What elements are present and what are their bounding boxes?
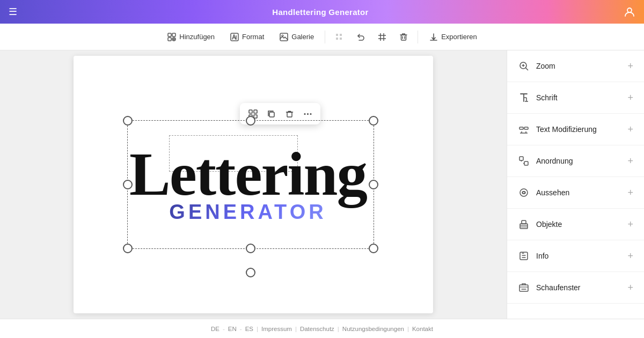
svg-rect-40 — [519, 127, 523, 129]
selection-box — [127, 120, 374, 249]
panel-item-schaufenster[interactable]: Schaufenster + — [507, 272, 644, 304]
export-icon — [429, 32, 438, 42]
handle-tl[interactable] — [123, 116, 133, 126]
panel-label-schrift: Schrift — [536, 93, 558, 102]
svg-rect-52 — [522, 221, 526, 224]
panel-schaufenster-plus: + — [627, 282, 633, 293]
user-icon[interactable] — [624, 6, 635, 18]
panel-item-info[interactable]: Info + — [507, 240, 644, 272]
footer: DE - EN - ES | Impressum | Datenschutz |… — [0, 319, 644, 338]
lang-es[interactable]: ES — [245, 326, 253, 332]
panel-label-schaufenster: Schaufenster — [536, 283, 581, 292]
panel-item-text-mod[interactable]: Text Modifizierung + — [507, 114, 644, 145]
undo-icon — [356, 32, 365, 42]
canvas-area[interactable]: Lettering GENERATOR — [0, 50, 507, 319]
group-button[interactable] — [244, 105, 261, 122]
generator-word: GENERATOR — [169, 201, 326, 224]
svg-rect-3 — [168, 38, 171, 41]
svg-rect-45 — [519, 157, 523, 160]
svg-rect-25 — [254, 115, 257, 118]
copy-button[interactable] — [262, 105, 280, 122]
font-icon — [518, 92, 530, 104]
handle-bl[interactable] — [123, 244, 133, 253]
showcase-icon — [518, 282, 530, 293]
panel-schrift-plus: + — [627, 92, 633, 104]
svg-point-28 — [304, 113, 305, 115]
gallery-button[interactable]: Galerie — [273, 29, 320, 45]
handle-rotate[interactable] — [246, 268, 255, 277]
appearance-icon — [518, 187, 530, 199]
objects-icon — [518, 218, 530, 230]
panel-info-plus: + — [627, 251, 633, 262]
panel-label-text-mod: Text Modifizierung — [536, 125, 597, 134]
svg-rect-22 — [249, 110, 252, 113]
svg-rect-23 — [254, 110, 257, 113]
svg-rect-19 — [401, 35, 406, 40]
panel-item-objekte[interactable]: Objekte + — [507, 209, 644, 240]
float-toolbar — [240, 103, 320, 124]
handle-br[interactable] — [369, 244, 378, 253]
panel-item-aussehen[interactable]: Aussehen + — [507, 177, 644, 209]
inner-selection — [169, 135, 298, 172]
footer-privacy[interactable]: Datenschutz — [300, 326, 334, 332]
svg-rect-41 — [524, 127, 528, 129]
grid-view-button[interactable] — [372, 27, 392, 47]
svg-rect-13 — [336, 38, 338, 40]
lettering-word: Lettering — [129, 143, 367, 205]
svg-rect-26 — [269, 112, 274, 117]
footer-contact[interactable]: Kontakt — [412, 326, 433, 332]
export-button[interactable]: Exportieren — [422, 29, 483, 45]
canvas-text: Lettering GENERATOR — [116, 114, 379, 253]
zoom-icon — [518, 60, 530, 72]
lang-en[interactable]: EN — [228, 326, 237, 332]
add-button[interactable]: Hinzufügen — [160, 29, 221, 45]
delete-button[interactable] — [394, 27, 413, 47]
svg-point-29 — [307, 113, 309, 115]
svg-rect-1 — [168, 33, 171, 36]
arrange-icon — [518, 155, 530, 167]
grid-toggle-button[interactable] — [330, 27, 349, 47]
panel-label-info: Info — [536, 252, 548, 260]
grid-layout-icon — [377, 32, 387, 42]
footer-terms[interactable]: Nutzungsbedingungen — [342, 326, 404, 332]
float-delete-button[interactable] — [281, 105, 298, 122]
panel-anordnung-plus: + — [627, 156, 633, 167]
app-title: Handlettering Generator — [272, 8, 368, 17]
format-button[interactable]: Format — [223, 29, 270, 45]
app-header: ☰ Handlettering Generator — [0, 0, 644, 24]
handle-mr[interactable] — [369, 180, 378, 189]
svg-point-50 — [523, 192, 525, 194]
panel-label-zoom: Zoom — [536, 62, 555, 70]
handle-tr[interactable] — [369, 116, 378, 126]
lang-de[interactable]: DE — [211, 326, 219, 332]
panel-item-anordnung[interactable]: Anordnung + — [507, 145, 644, 177]
svg-rect-24 — [249, 115, 252, 118]
panel-label-objekte: Objekte — [536, 220, 562, 229]
handle-ml[interactable] — [123, 180, 133, 189]
text-mod-icon — [518, 123, 530, 135]
panel-label-anordnung: Anordnung — [536, 157, 573, 165]
svg-rect-12 — [340, 34, 342, 36]
info-icon — [518, 250, 530, 262]
svg-point-30 — [310, 113, 311, 115]
more-options-button[interactable] — [299, 105, 316, 122]
panel-label-aussehen: Aussehen — [536, 188, 569, 197]
svg-rect-11 — [336, 34, 338, 36]
svg-point-49 — [520, 189, 528, 196]
gallery-icon — [279, 32, 289, 42]
panel-item-schrift[interactable]: Schrift + — [507, 82, 644, 114]
svg-rect-14 — [340, 38, 342, 40]
footer-imprint[interactable]: Impressum — [261, 326, 292, 332]
svg-rect-51 — [520, 224, 528, 229]
canvas-wrapper: Lettering GENERATOR — [74, 56, 433, 313]
undo-button[interactable] — [351, 27, 370, 47]
svg-rect-46 — [524, 161, 528, 165]
trash-icon — [399, 32, 408, 42]
handle-bm[interactable] — [246, 244, 255, 253]
menu-icon[interactable]: ☰ — [9, 6, 17, 18]
panel-aussehen-plus: + — [627, 187, 633, 199]
svg-rect-2 — [172, 33, 175, 36]
format-icon — [230, 32, 239, 42]
panel-item-zoom[interactable]: Zoom + — [507, 50, 644, 82]
svg-line-32 — [526, 68, 528, 70]
